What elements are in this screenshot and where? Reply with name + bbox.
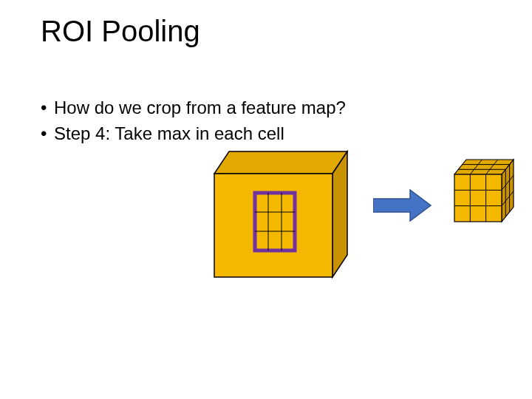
- svg-rect-19: [454, 174, 502, 222]
- bullet-item: • How do we crop from a feature map?: [41, 96, 346, 119]
- bullet-dot-icon: •: [41, 96, 54, 119]
- bullet-text: How do we crop from a feature map?: [54, 96, 346, 119]
- bullet-dot-icon: •: [41, 122, 54, 145]
- arrow-right-icon: [373, 188, 432, 222]
- pooled-output-cube: [447, 155, 521, 229]
- roi-grid: [255, 193, 295, 250]
- bullet-list: • How do we crop from a feature map? • S…: [41, 96, 346, 148]
- svg-marker-1: [332, 151, 347, 277]
- bullet-text: Step 4: Take max in each cell: [54, 122, 284, 145]
- svg-marker-0: [214, 151, 347, 174]
- svg-rect-3: [255, 193, 295, 250]
- svg-marker-8: [373, 190, 431, 221]
- slide-title: ROI Pooling: [41, 15, 200, 48]
- feature-map-cube: [192, 144, 355, 284]
- bullet-item: • Step 4: Take max in each cell: [41, 122, 346, 145]
